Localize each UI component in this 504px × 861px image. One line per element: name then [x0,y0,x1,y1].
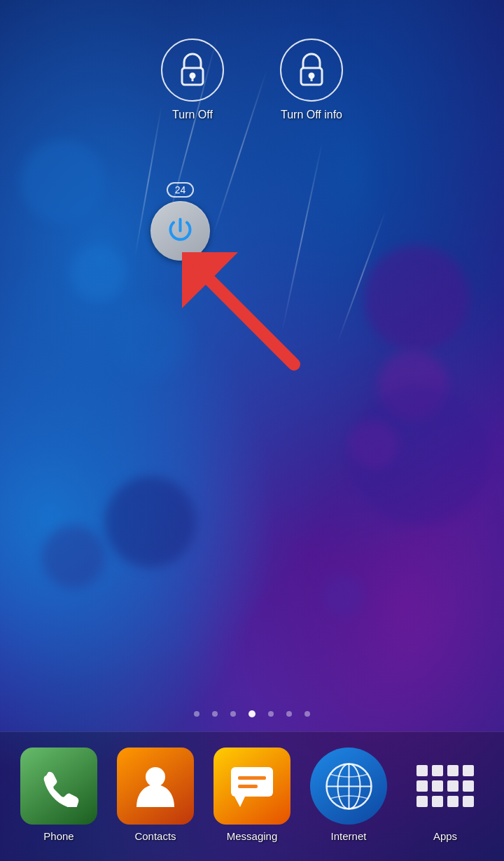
svg-point-1 [190,74,195,78]
page-dot-7[interactable] [304,711,310,717]
page-dot-3[interactable] [230,711,236,717]
apps-dot-3 [447,765,458,776]
svg-point-9 [146,767,165,787]
phone-icon [20,748,97,825]
turn-off-label: Turn Off [172,109,213,121]
power-symbol-icon [164,215,196,247]
apps-dot-6 [432,780,443,792]
apps-label: Apps [433,830,457,842]
widgets-area: Turn Off Turn Off info [0,0,504,121]
turn-off-info-widget[interactable]: Turn Off info [280,39,343,121]
apps-dot-1 [416,765,428,776]
apps-dot-9 [416,796,428,807]
contacts-label: Contacts [134,830,176,842]
svg-line-7 [210,280,294,364]
page-dot-5[interactable] [268,711,274,717]
dock-item-phone[interactable]: Phone [10,748,107,842]
phone-svg-icon [38,765,80,807]
contacts-svg-icon [133,762,178,811]
power-button-area: 24 [150,182,210,261]
turn-off-icon-circle [161,39,224,102]
messaging-label: Messaging [227,830,278,842]
internet-label: Internet [331,830,367,842]
power-badge: 24 [167,182,195,198]
page-dot-6[interactable] [286,711,292,717]
contacts-icon [117,748,194,825]
page-dot-1[interactable] [194,711,200,717]
apps-dot-8 [463,780,474,792]
red-arrow-container [182,252,322,378]
svg-marker-8 [192,263,220,291]
dock-item-internet[interactable]: Internet [300,748,397,842]
turn-off-info-icon-circle [280,39,343,102]
turn-off-widget[interactable]: Turn Off [161,39,224,121]
svg-rect-13 [238,785,258,788]
page-dot-4[interactable] [248,710,255,717]
globe-svg-icon [323,760,375,813]
apps-dot-5 [416,780,428,792]
apps-dot-4 [463,765,474,776]
svg-marker-11 [234,797,245,807]
power-button[interactable] [150,201,210,261]
apps-icon [407,748,484,825]
apps-dot-2 [432,765,443,776]
apps-grid-visual [410,758,481,814]
red-arrow [182,252,322,378]
turn-off-info-label: Turn Off info [281,109,342,121]
dock-item-messaging[interactable]: Messaging [204,748,300,842]
dock-item-apps[interactable]: Apps [397,748,493,842]
dock: Phone Contacts Messaging [0,731,504,861]
apps-dot-7 [447,780,458,792]
dock-item-contacts[interactable]: Contacts [107,748,204,842]
page-indicators [0,710,504,717]
phone-label: Phone [43,830,74,842]
lock-icon-2 [296,53,327,88]
svg-rect-12 [238,776,266,780]
messaging-svg-icon [227,764,276,809]
svg-rect-10 [231,767,273,797]
messaging-icon [214,748,290,825]
svg-point-4 [309,74,314,78]
apps-dot-12 [463,796,474,807]
page-dot-2[interactable] [212,711,218,717]
lock-icon-1 [177,53,208,88]
apps-dot-10 [432,796,443,807]
internet-icon [310,748,387,825]
apps-dot-11 [447,796,458,807]
